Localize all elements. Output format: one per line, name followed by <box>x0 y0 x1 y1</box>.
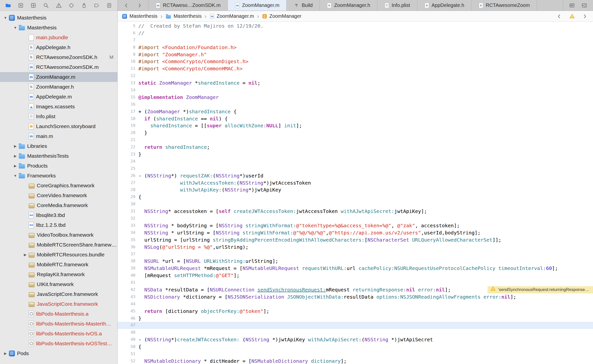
line-number[interactable]: 46 <box>118 315 135 322</box>
code-line-17[interactable]: 17+ (ZoomManager *)sharedInstance { <box>118 108 593 115</box>
line-number[interactable]: 48 <box>118 329 135 336</box>
line-number[interactable]: 32 <box>118 215 135 222</box>
line-number[interactable]: 11 <box>118 65 135 72</box>
tree-item-replaykit-framework[interactable]: ReplayKit.framework <box>0 269 117 279</box>
line-number[interactable]: 44 <box>118 301 135 308</box>
line-number[interactable]: 41 <box>118 279 135 286</box>
previous-issue-button[interactable] <box>555 12 563 20</box>
line-number[interactable]: 25 <box>118 165 135 172</box>
tree-item-videotoolbox-framework[interactable]: VideoToolbox.framework <box>0 230 117 240</box>
code-line-34[interactable]: 34 NSString * urlString = [NSString stri… <box>118 229 593 236</box>
tab-zoommanager-h[interactable]: hZoomManager.h <box>320 0 377 11</box>
code-line-21[interactable]: 21 <box>118 136 593 144</box>
tab-history-forward-button[interactable] <box>135 1 144 10</box>
tree-item-libz-1-2-5-tbd[interactable]: tbdlibz.1.2.5.tbd <box>0 220 117 230</box>
code-line-12[interactable]: 12 <box>118 72 593 79</box>
line-number[interactable]: 14 <box>118 87 135 94</box>
tree-item-info-plist[interactable]: Info.plist <box>0 112 117 121</box>
line-number[interactable]: 36 <box>118 244 135 251</box>
code-line-6[interactable]: 6// <box>118 30 593 37</box>
line-number[interactable]: 21 <box>118 136 135 144</box>
line-number[interactable]: 51 <box>118 350 135 358</box>
code-line-40[interactable]: 40 [mRequest setHTTPMethod:@"GET"]; <box>118 272 593 279</box>
breakpoint-navigator-icon[interactable] <box>92 1 101 10</box>
code-line-47[interactable]: 47 <box>118 322 593 329</box>
line-number[interactable]: 47 <box>118 322 135 329</box>
editor-options-button[interactable] <box>568 1 576 10</box>
disclosure-triangle[interactable]: ▼ <box>12 26 19 30</box>
line-number[interactable]: 17 <box>118 108 135 115</box>
tree-item-uikit-framework[interactable]: UIKit.framework <box>0 279 117 289</box>
disclosure-triangle[interactable]: ▶ <box>12 144 19 148</box>
tree-item-libsqlite3-tbd[interactable]: tbdlibsqlite3.tbd <box>0 210 117 220</box>
tree-item-libpods-masterthesis-a[interactable]: libPods-Masterthesis.a <box>0 309 117 319</box>
code-line-37[interactable]: 37 <box>118 251 593 258</box>
line-number[interactable]: 34 <box>118 229 135 236</box>
code-line-18[interactable]: 18 if (sharedInstance == nil) { <box>118 115 593 122</box>
line-number[interactable]: 45 <box>118 308 135 315</box>
code-line-8[interactable]: 8#import <Foundation/Foundation.h> <box>118 44 593 51</box>
tab-zoommanager-m[interactable]: mZoomManager.m <box>228 0 287 11</box>
code-line-5[interactable]: 5// Created by Stefan Majiros on 12/19/2… <box>118 22 593 30</box>
tree-item-corevideo-framework[interactable]: CoreVideo.framework <box>0 191 117 200</box>
code-line-41[interactable]: 41 <box>118 279 593 286</box>
line-number[interactable]: 9 <box>118 51 135 58</box>
tree-item-rctawesomezoomsdk-h[interactable]: hRCTAwesomeZoomSDK.hM <box>0 52 117 62</box>
line-number[interactable]: 20 <box>118 129 135 136</box>
breadcrumb-item-zoommanager[interactable]: CZoomManager <box>262 13 301 19</box>
tree-item-appdelegate-h[interactable]: hAppDelegate.h <box>0 42 117 52</box>
code-line-52[interactable]: 52 NSMutableDictionary * dictHeader = [N… <box>118 358 593 364</box>
code-line-29[interactable]: 29{ <box>118 193 593 201</box>
line-number[interactable]: 24 <box>118 158 135 165</box>
code-line-22[interactable]: 22 return sharedInstance; <box>118 144 593 151</box>
line-number[interactable]: 39 <box>118 265 135 272</box>
line-number[interactable]: 42 <box>118 286 135 293</box>
code-line-49[interactable]: 49- (NSString*)createJWTAccessToken: (NS… <box>118 336 593 343</box>
code-line-42[interactable]: 42 NSData *resultData = [NSURLConnection… <box>118 286 593 293</box>
tab-history-back-button[interactable] <box>122 1 130 10</box>
code-line-26[interactable]: 26- (NSString*) requestZAK:(NSString*)us… <box>118 172 593 179</box>
tree-item-libraries[interactable]: ▶Libraries <box>0 141 117 151</box>
tab-appdelegate-h[interactable]: hAppDelegate.h <box>417 0 471 11</box>
tree-item-masterthesis[interactable]: ▼Masterthesis <box>0 13 117 23</box>
code-line-30[interactable]: 30 <box>118 201 593 208</box>
add-editor-button[interactable] <box>580 1 589 10</box>
code-line-28[interactable]: 28 withJwtApiKey:(NSString*)jwtApiKey <box>118 186 593 193</box>
code-line-50[interactable]: 50{ <box>118 343 593 350</box>
tree-item-libpods-masterthesis-masterth[interactable]: libPods-Masterthesis-Masterth… <box>0 319 117 329</box>
issue-navigator-icon[interactable] <box>55 1 63 10</box>
breadcrumb-item-zoommanager-m[interactable]: mZoomManager.m <box>210 13 254 19</box>
code-line-15[interactable]: 15@implementation ZoomManager <box>118 94 593 101</box>
line-number[interactable]: 15 <box>118 94 135 101</box>
tree-item-rctawesomezoomsdk-m[interactable]: mRCTAwesomeZoomSDK.m <box>0 62 117 72</box>
line-number[interactable]: 27 <box>118 179 135 187</box>
tree-item-libpods-masterthesis-tvostest[interactable]: libPods-Masterthesis-tvOSTest… <box>0 339 117 348</box>
line-number[interactable]: 8 <box>118 44 135 51</box>
tree-item-main-m[interactable]: mmain.m <box>0 131 117 141</box>
tree-item-launchscreen-storyboard[interactable]: LaunchScreen.storyboard <box>0 121 117 131</box>
code-line-24[interactable]: 24 <box>118 158 593 165</box>
line-number[interactable]: 18 <box>118 115 135 122</box>
inline-warning-banner[interactable]: 'sendSynchronousRequest:returningRespons… <box>487 286 593 293</box>
code-line-9[interactable]: 9#import "ZoomManager.h" <box>118 51 593 58</box>
line-number[interactable]: 43 <box>118 293 135 301</box>
line-number[interactable]: 22 <box>118 144 135 151</box>
line-number[interactable]: 49 <box>118 336 135 343</box>
code-line-23[interactable]: 23} <box>118 151 593 158</box>
line-number[interactable]: 23 <box>118 151 135 158</box>
tree-item-pods[interactable]: ▶Pods <box>0 348 117 358</box>
line-number[interactable]: 6 <box>118 30 135 37</box>
breadcrumb-item-masterthesis[interactable]: Masterthesis <box>165 13 201 19</box>
tree-item-main-jsbundle[interactable]: main.jsbundle <box>0 33 117 42</box>
code-line-36[interactable]: 36 NSLog(@"urlString = %@",urlString); <box>118 244 593 251</box>
line-number[interactable]: 10 <box>118 58 135 65</box>
tree-item-masterthesistests[interactable]: ▶MasterthesisTests <box>0 151 117 161</box>
line-number[interactable]: 12 <box>118 72 135 79</box>
code-line-35[interactable]: 35 urlString = [urlString stringByAdding… <box>118 236 593 244</box>
line-number[interactable]: 29 <box>118 193 135 201</box>
tree-item-appdelegate-m[interactable]: mAppDelegate.m <box>0 92 117 102</box>
code-line-33[interactable]: 33 NSString * bodyString = [NSString str… <box>118 222 593 229</box>
line-number[interactable]: 13 <box>118 79 135 87</box>
tree-item-javascriptcore-framework[interactable]: JavaScriptCore.framework <box>0 299 117 309</box>
line-number[interactable]: 50 <box>118 343 135 350</box>
